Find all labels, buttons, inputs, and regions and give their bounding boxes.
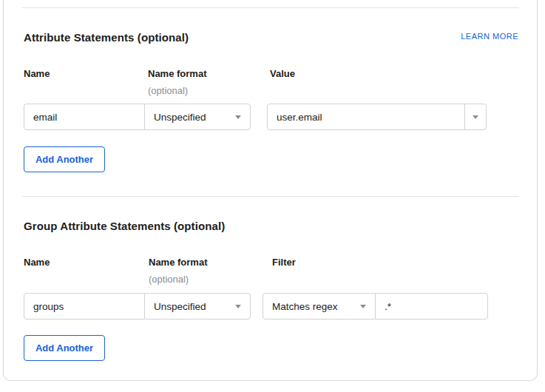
group-col-name-format-label: Name format: [149, 257, 207, 268]
group-filter-type-select[interactable]: Matches regex: [263, 293, 376, 320]
group-name-format-selected-value: Unspecified: [154, 301, 206, 312]
attr-name-format-select[interactable]: Unspecified: [144, 104, 251, 130]
group-filter-value-input[interactable]: [375, 293, 488, 320]
group-name-input[interactable]: [24, 293, 145, 320]
attr-name-input[interactable]: [24, 104, 145, 130]
learn-more-link[interactable]: LEARN MORE: [461, 32, 518, 41]
attr-value-input[interactable]: [267, 104, 465, 130]
attr-name-format-optional-note: (optional): [148, 85, 188, 96]
chevron-down-icon: [235, 115, 241, 119]
attr-value-dropdown-button[interactable]: [464, 104, 487, 130]
group-name-format-optional-note: (optional): [149, 274, 189, 285]
attr-add-another-button[interactable]: Add Another: [24, 146, 105, 172]
group-attribute-statements-title: Group Attribute Statements (optional): [24, 220, 225, 232]
group-filter-type-selected-value: Matches regex: [272, 301, 338, 312]
attr-col-value-label: Value: [270, 68, 295, 79]
saml-settings-page: Attribute Statements (optional) LEARN MO…: [0, 0, 545, 392]
group-col-filter-label: Filter: [272, 257, 296, 268]
group-name-format-select[interactable]: Unspecified: [144, 293, 251, 320]
section-divider-middle: [22, 196, 519, 197]
chevron-down-icon: [235, 305, 241, 308]
group-add-another-button[interactable]: Add Another: [24, 335, 105, 361]
attr-col-name-format-label: Name format: [148, 68, 206, 79]
section-divider-top: [22, 7, 519, 8]
chevron-down-icon: [473, 115, 478, 119]
group-col-name-label: Name: [24, 257, 50, 268]
attr-col-name-label: Name: [24, 68, 50, 79]
chevron-down-icon: [360, 305, 366, 308]
attribute-statements-title: Attribute Statements (optional): [24, 31, 189, 44]
settings-card: [3, 0, 538, 381]
attr-name-format-selected-value: Unspecified: [154, 112, 206, 123]
